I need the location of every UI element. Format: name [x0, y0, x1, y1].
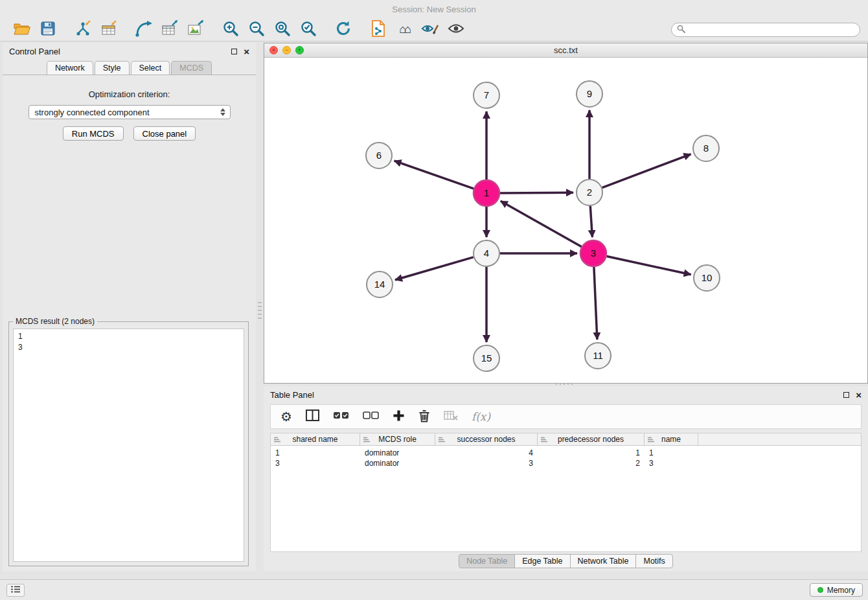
zoom-in-button[interactable] — [221, 20, 240, 40]
network-canvas[interactable]: 7968124314101511 — [264, 58, 867, 383]
graph-node-10[interactable]: 10 — [694, 265, 720, 291]
zoom-out-button[interactable] — [247, 20, 266, 40]
graph-edge-2-8[interactable] — [602, 154, 691, 188]
show-hide-graphics-button[interactable] — [446, 20, 466, 40]
table-settings-gear-icon[interactable]: ⚙ — [280, 410, 292, 423]
graph-edge-3-10[interactable] — [607, 257, 691, 275]
node-table: shared nameMCDS rolesuccessor nodesprede… — [270, 433, 862, 552]
tab-network[interactable]: Network — [47, 61, 93, 75]
graph-edge-3-1[interactable] — [501, 201, 582, 246]
graph-node-9[interactable]: 9 — [577, 81, 602, 107]
open-session-doc-button[interactable] — [369, 20, 388, 40]
search-input[interactable] — [689, 25, 854, 34]
open-file-button[interactable] — [12, 20, 32, 40]
table-row[interactable]: 3dominator323 — [271, 458, 861, 468]
table-panel-header: Table Panel × — [264, 386, 868, 403]
column-header-MCDS-role[interactable]: MCDS role — [360, 433, 435, 445]
main-toolbar: ⌂⌂ — [0, 18, 868, 41]
network-window-titlebar: × − + scc.txt — [264, 43, 867, 58]
delete-column-trash-icon[interactable] — [418, 409, 430, 425]
import-table-from-file-button[interactable] — [99, 20, 119, 40]
task-history-button[interactable] — [6, 584, 25, 597]
save-session-button[interactable] — [38, 20, 58, 40]
window-zoom-icon[interactable]: + — [295, 46, 304, 54]
graph-node-7[interactable]: 7 — [474, 82, 499, 108]
import-network-icon — [74, 20, 91, 40]
zoom-selected-icon — [300, 20, 317, 40]
float-panel-icon[interactable] — [231, 49, 237, 54]
tab-network-table[interactable]: Network Table — [570, 554, 637, 568]
deselect-all-rows-icon[interactable] — [363, 411, 379, 422]
graph-node-4[interactable]: 4 — [474, 240, 499, 266]
select-all-rows-icon[interactable] — [333, 411, 349, 422]
dropdown-arrows-icon — [218, 108, 227, 116]
graph-node-14[interactable]: 14 — [367, 271, 393, 297]
criterion-dropdown[interactable]: strongly connected component — [29, 105, 231, 119]
load-network-button[interactable] — [134, 20, 154, 40]
add-column-icon[interactable] — [393, 410, 405, 424]
refresh-view-button[interactable] — [334, 20, 353, 40]
float-table-panel-icon[interactable] — [843, 392, 849, 398]
tab-select[interactable]: Select — [131, 61, 170, 75]
tab-edge-table[interactable]: Edge Table — [514, 554, 570, 568]
network-window-title: scc.txt — [554, 45, 578, 55]
table-panel-tabs: Node TableEdge TableNetwork TableMotifs — [264, 554, 868, 568]
graph-node-11[interactable]: 11 — [585, 343, 611, 369]
graph-node-15[interactable]: 15 — [474, 345, 499, 371]
graph-node-6[interactable]: 6 — [366, 143, 392, 168]
export-image-button[interactable] — [186, 20, 205, 40]
memory-button[interactable]: Memory — [810, 583, 863, 597]
window-minimize-icon[interactable]: − — [282, 46, 291, 54]
vertical-splitter-handle[interactable] — [258, 302, 262, 319]
search-box[interactable] — [671, 23, 860, 37]
apply-style-button[interactable] — [420, 20, 440, 40]
column-header-shared-name[interactable]: shared name — [271, 433, 360, 445]
close-panel-icon[interactable]: × — [244, 47, 249, 56]
export-table-button[interactable] — [160, 20, 179, 40]
graph-node-1[interactable]: 1 — [474, 180, 499, 206]
control-panel-body: Optimization criterion: strongly connect… — [3, 75, 256, 571]
control-panel-tabs: NetworkStyleSelectMCDS — [3, 61, 256, 75]
graph-node-2[interactable]: 2 — [577, 179, 602, 205]
zoom-selected-button[interactable] — [299, 20, 318, 40]
svg-text:1: 1 — [484, 187, 489, 198]
table-row[interactable]: 1dominator411 — [271, 448, 861, 458]
close-panel-button[interactable]: Close panel — [133, 126, 196, 141]
graph-edge-3-11[interactable] — [594, 267, 597, 340]
window-close-icon[interactable]: × — [269, 46, 278, 54]
home-button[interactable]: ⌂⌂ — [394, 20, 414, 40]
tab-style[interactable]: Style — [95, 61, 130, 75]
svg-text:15: 15 — [481, 352, 492, 363]
split-columns-icon[interactable] — [306, 410, 319, 424]
eye-icon — [448, 23, 464, 37]
graph-edge-4-14[interactable] — [395, 257, 474, 280]
graph-edge-2-3[interactable] — [590, 206, 592, 237]
tab-motifs[interactable]: Motifs — [635, 554, 672, 568]
table-cell: 2 — [538, 459, 645, 468]
table-cell: 4 — [435, 448, 538, 457]
run-mcds-button[interactable]: Run MCDS — [63, 126, 124, 141]
network-canvas-svg[interactable]: 7968124314101511 — [264, 58, 867, 383]
control-panel-title: Control Panel — [9, 47, 60, 56]
graph-edge-1-2[interactable] — [500, 192, 573, 193]
function-builder-icon[interactable]: f(x) — [472, 410, 490, 423]
document-network-icon — [371, 20, 385, 40]
close-table-panel-icon[interactable]: × — [856, 390, 862, 400]
column-header-predecessor-nodes[interactable]: predecessor nodes — [538, 433, 645, 445]
graph-node-8[interactable]: 8 — [693, 135, 719, 161]
svg-text:4: 4 — [484, 248, 489, 259]
zoom-fit-button[interactable] — [273, 20, 292, 40]
graph-node-3[interactable]: 3 — [580, 240, 606, 266]
column-header-name[interactable]: name — [645, 433, 698, 445]
delete-table-icon[interactable] — [444, 410, 458, 423]
svg-text:2: 2 — [587, 187, 592, 198]
tab-mcds[interactable]: MCDS — [171, 61, 212, 75]
column-sort-icon — [647, 436, 655, 445]
graph-edge-1-6[interactable] — [394, 161, 474, 189]
window-titlebar: Session: New Session — [0, 0, 868, 18]
table-cell: dominator — [360, 448, 435, 457]
network-arrow-icon — [135, 20, 153, 40]
tab-node-table[interactable]: Node Table — [459, 554, 515, 568]
import-network-from-file-button[interactable] — [73, 20, 93, 40]
column-header-successor-nodes[interactable]: successor nodes — [435, 433, 538, 445]
